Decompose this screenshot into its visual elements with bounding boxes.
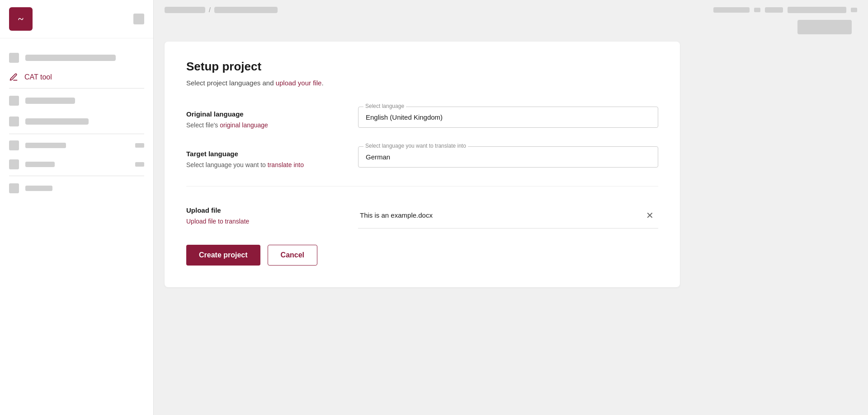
sidebar-label-6 [25, 186, 52, 191]
upload-file-label-group: Upload file Upload file to translate [186, 203, 340, 226]
target-language-control: Select language you want to translate in… [358, 146, 658, 168]
sidebar-label-5 [25, 162, 55, 167]
original-language-field-label: Select language [363, 103, 406, 109]
topbar-item-3 [788, 7, 846, 13]
upload-file-control: This is an example.docx ✕ [358, 203, 658, 228]
main-content: / Setup project Select project languages… [154, 0, 868, 415]
upload-filename: This is an example.docx [360, 211, 433, 219]
sidebar-label-4 [25, 143, 66, 148]
original-language-description: Select file's original language [186, 121, 340, 130]
action-row [165, 20, 857, 34]
cat-tool-icon [9, 73, 18, 82]
original-language-control: Select language [358, 107, 658, 128]
section-divider [186, 186, 658, 187]
breadcrumb-part1 [165, 7, 205, 13]
sidebar-label-3 [25, 118, 89, 125]
cancel-button[interactable]: Cancel [268, 245, 317, 266]
sidebar-nav: CAT tool [0, 38, 153, 415]
breadcrumb-separator: / [209, 6, 211, 14]
original-language-row: Original language Select file's original… [186, 107, 658, 130]
create-project-button[interactable]: Create project [186, 245, 260, 266]
target-language-field-label: Select language you want to translate in… [363, 143, 468, 149]
sidebar-dash-5 [135, 162, 144, 167]
logo[interactable]: ~ [9, 7, 33, 31]
upload-file-row: Upload file Upload file to translate Thi… [186, 203, 658, 228]
topbar: / [154, 0, 868, 20]
setup-title: Setup project [186, 60, 658, 74]
sidebar-icon-2 [9, 96, 19, 106]
sidebar-item-6[interactable] [0, 178, 153, 199]
upload-file-desc-highlight: Upload file to translate [186, 218, 249, 225]
sidebar-item-5[interactable] [0, 155, 153, 174]
setup-subtitle: Select project languages and upload your… [186, 78, 658, 89]
upload-file-description: Upload file to translate [186, 217, 340, 226]
sidebar-header: ~ [0, 0, 153, 38]
breadcrumb-part2 [214, 7, 278, 13]
button-row: Create project Cancel [186, 245, 658, 266]
cat-tool-label: CAT tool [24, 73, 52, 81]
upload-remove-button[interactable]: ✕ [643, 210, 656, 221]
sidebar-divider-2 [9, 134, 144, 134]
original-language-input[interactable] [358, 107, 658, 128]
sidebar-dash-4 [135, 143, 144, 148]
sidebar-item-2[interactable] [0, 90, 153, 111]
sidebar-item-4[interactable] [0, 136, 153, 155]
sidebar-item-1[interactable] [0, 47, 153, 68]
topbar-dash-1 [754, 8, 760, 12]
target-language-heading: Target language [186, 150, 340, 158]
target-language-field-group: Select language you want to translate in… [358, 146, 658, 168]
topbar-right [713, 7, 857, 13]
sidebar-collapse-button[interactable] [133, 14, 144, 24]
original-language-field-group: Select language [358, 107, 658, 128]
upload-file-heading: Upload file [186, 206, 340, 214]
topbar-dash-2 [851, 8, 857, 12]
sidebar-icon-6 [9, 183, 19, 193]
sidebar-item-cat-tool[interactable]: CAT tool [0, 68, 153, 86]
topbar-item-1 [713, 7, 750, 13]
sidebar-divider-1 [9, 88, 144, 89]
target-language-description: Select language you want to translate in… [186, 160, 340, 170]
action-btn-placeholder [797, 20, 852, 34]
content-area: Setup project Select project languages a… [154, 20, 868, 415]
target-language-row: Target language Select language you want… [186, 146, 658, 170]
sidebar-icon-5 [9, 159, 19, 169]
target-language-desc-highlight: translate into [268, 161, 304, 168]
sidebar: ~ CAT tool [0, 0, 154, 415]
upload-file-display: This is an example.docx ✕ [358, 203, 658, 228]
original-language-desc-highlight: original language [220, 121, 268, 129]
target-language-label-group: Target language Select language you want… [186, 146, 340, 170]
sidebar-icon-1 [9, 53, 19, 63]
sidebar-icon-4 [9, 140, 19, 150]
target-language-input[interactable] [358, 146, 658, 168]
sidebar-item-3[interactable] [0, 111, 153, 132]
sidebar-label-1 [25, 55, 116, 61]
setup-card: Setup project Select project languages a… [165, 42, 680, 287]
original-language-label-group: Original language Select file's original… [186, 107, 340, 130]
sidebar-divider-3 [9, 176, 144, 176]
sidebar-icon-3 [9, 117, 19, 126]
breadcrumb: / [165, 6, 278, 14]
sidebar-label-2 [25, 98, 75, 104]
original-language-heading: Original language [186, 110, 340, 118]
setup-subtitle-highlight: upload your file [276, 79, 322, 87]
logo-text: ~ [18, 14, 23, 24]
topbar-item-2 [765, 7, 783, 13]
